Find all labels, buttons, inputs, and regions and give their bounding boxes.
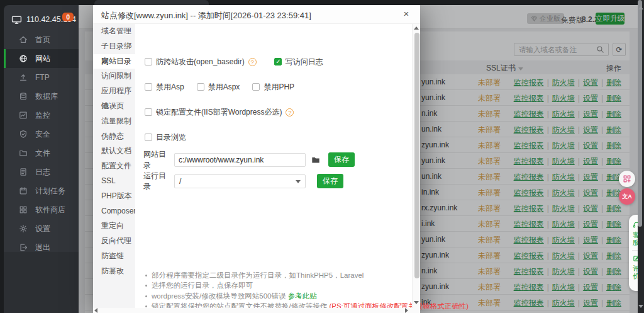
folder-picker-icon[interactable] xyxy=(311,156,321,164)
mini-apps-fab[interactable] xyxy=(619,171,635,187)
site-dir-label: 网站目录 xyxy=(143,149,166,171)
modal-title: 站点修改[www.zyun.ink] -- 添加时间[2026-01-23 23… xyxy=(101,10,311,21)
grid-icon xyxy=(19,205,28,214)
modal-tab[interactable]: Composer xyxy=(93,204,135,219)
sidebar-item-home[interactable]: 首页 xyxy=(4,30,79,49)
modal-tab[interactable]: 防盗链 xyxy=(93,249,135,264)
scroll-down-arrow-icon[interactable] xyxy=(414,301,419,304)
modal-tab[interactable]: 域名管理 xyxy=(93,24,135,39)
modal-tab[interactable]: 子目录绑定 xyxy=(93,39,135,54)
modal-tab[interactable]: 反向代理 xyxy=(93,234,135,249)
site-dir-row: 网站目录 保存 xyxy=(143,152,355,167)
lock-config-checkbox[interactable] xyxy=(145,108,152,116)
xss-checkbox[interactable] xyxy=(145,58,152,65)
reference-link[interactable]: 参考此贴 xyxy=(288,292,317,300)
help-icon[interactable]: ? xyxy=(286,108,294,117)
run-dir-label: 运行目录 xyxy=(143,171,166,192)
modal-tab[interactable]: 默认文档 xyxy=(93,144,135,159)
sidebar-item-exit[interactable]: 退出 xyxy=(4,238,79,257)
site-dir-input[interactable] xyxy=(174,153,306,167)
globe-icon xyxy=(19,54,28,63)
browser-scrollbar-thumb[interactable] xyxy=(638,0,642,227)
disable-asp-checkbox[interactable] xyxy=(145,83,152,91)
dir-browse-label: 目录浏览 xyxy=(156,132,186,143)
modal-tab[interactable]: 应用程序池 xyxy=(93,84,135,99)
sidebar-item-grid[interactable]: 软件商店 xyxy=(4,200,79,219)
modal-tab[interactable]: 重定向 xyxy=(93,219,135,234)
shield-icon xyxy=(19,130,28,139)
browser-tab xyxy=(94,0,209,5)
translate-icon: 文A xyxy=(622,193,632,201)
modal-tab[interactable]: 伪静态 xyxy=(93,129,135,144)
sidebar-item-folder[interactable]: 文件 xyxy=(4,144,79,162)
close-icon[interactable]: × xyxy=(401,8,412,19)
sidebar-item-label: 退出 xyxy=(35,242,50,253)
option-row-3: 锁定配置文件(IIS部署Wordpress必选) ? xyxy=(145,107,294,117)
access-log-checkbox[interactable] xyxy=(274,58,282,65)
modal-vertical-scrollbar[interactable] xyxy=(412,24,420,308)
sidebar-menu: 首页网站FTP数据库监控安全文件日志计划任务软件商店设置退出 xyxy=(4,30,79,257)
exit-icon xyxy=(19,243,28,252)
help-icon[interactable]: ? xyxy=(248,58,257,66)
monitor-chart-icon xyxy=(19,111,28,120)
modal-tab[interactable]: 防篡改 xyxy=(93,264,135,279)
sidebar-item-monitor-chart[interactable]: 监控 xyxy=(4,106,79,125)
save-run-dir-button[interactable]: 保存 xyxy=(317,174,343,188)
note-item: wordpress安装/修改模块导致网站500错误 参考此贴 xyxy=(145,291,409,301)
dir-browse-checkbox[interactable] xyxy=(145,134,152,141)
sidebar-item-label: 监控 xyxy=(35,110,50,121)
ftp-icon xyxy=(19,73,28,82)
option-row-2: 禁用Asp 禁用Aspx 禁用PHP xyxy=(145,82,294,92)
modal-tab[interactable]: 网站目录 xyxy=(93,54,135,69)
disable-php-label: 禁用PHP xyxy=(264,82,294,93)
disable-aspx-checkbox[interactable] xyxy=(197,83,204,91)
note-item: 选择您的运行目录，点保存即可 xyxy=(145,280,409,290)
server-selector[interactable]: 110.42.45.134 0 xyxy=(11,13,79,26)
sidebar-item-label: 首页 xyxy=(35,35,50,45)
sidebar: 110.42.45.134 0 首页网站FTP数据库监控安全文件日志计划任务软件… xyxy=(4,5,79,313)
sidebar-item-label: 网站 xyxy=(35,54,50,64)
modal-tab[interactable]: PHP版本 xyxy=(93,189,135,204)
run-dir-row: 运行目录 / 保存 xyxy=(143,174,343,188)
disable-php-checkbox[interactable] xyxy=(252,83,260,91)
sidebar-item-gear[interactable]: 设置 xyxy=(4,219,79,238)
chevron-down-icon xyxy=(296,180,301,183)
save-site-dir-button[interactable]: 保存 xyxy=(328,152,355,167)
apps-grid-icon xyxy=(623,174,631,183)
sidebar-item-database[interactable]: 数据库 xyxy=(4,87,79,106)
modal-tab[interactable]: 流量限制 xyxy=(93,114,135,129)
sidebar-item-calendar[interactable]: 计划任务 xyxy=(4,181,79,200)
site-modify-modal: 站点修改[www.zyun.ink] -- 添加时间[2026-01-23 23… xyxy=(93,5,420,313)
xss-label: 防跨站攻击(open_basedir) xyxy=(156,57,245,67)
scrollbar-thumb[interactable] xyxy=(414,33,419,278)
sidebar-item-globe[interactable]: 网站 xyxy=(4,49,79,68)
sidebar-lower-area xyxy=(4,252,79,313)
scroll-up-arrow-icon[interactable] xyxy=(638,6,643,9)
sidebar-item-shield[interactable]: 安全 xyxy=(4,125,79,144)
disable-asp-label: 禁用Asp xyxy=(156,82,184,93)
modal-tab[interactable]: 错误页 xyxy=(93,99,135,114)
sidebar-item-log[interactable]: 日志 xyxy=(4,162,79,181)
scroll-right-arrow-icon[interactable] xyxy=(405,308,408,313)
browser-top-strip xyxy=(0,0,644,5)
scroll-up-arrow-icon[interactable] xyxy=(414,26,419,30)
translate-fab[interactable]: 文A xyxy=(619,188,635,205)
sidebar-item-label: 文件 xyxy=(35,148,50,159)
scroll-down-arrow-icon[interactable] xyxy=(638,305,643,308)
modal-tab[interactable]: 访问限制 xyxy=(93,69,135,84)
sidebar-item-ftp[interactable]: FTP xyxy=(4,68,79,87)
run-dir-select[interactable]: / xyxy=(174,174,306,188)
database-icon xyxy=(19,92,28,101)
sidebar-item-label: 计划任务 xyxy=(35,186,65,196)
modal-titlebar: 站点修改[www.zyun.ink] -- 添加时间[2026-01-23 23… xyxy=(93,5,420,24)
sidebar-item-label: 日志 xyxy=(35,167,50,178)
modal-tab[interactable]: SSL xyxy=(93,174,135,189)
run-dir-value: / xyxy=(179,177,181,186)
browser-scrollbar[interactable] xyxy=(638,0,644,313)
scroll-left-arrow-icon[interactable] xyxy=(94,308,97,313)
modal-tab-list: 域名管理子目录绑定网站目录访问限制应用程序池错误页流量限制伪静态默认文档配置文件… xyxy=(93,24,135,313)
modal-horizontal-scrollbar[interactable] xyxy=(93,308,420,313)
modal-tab[interactable]: 配置文件 xyxy=(93,159,135,174)
home-icon xyxy=(19,35,28,44)
sidebar-item-label: FTP xyxy=(35,73,50,82)
